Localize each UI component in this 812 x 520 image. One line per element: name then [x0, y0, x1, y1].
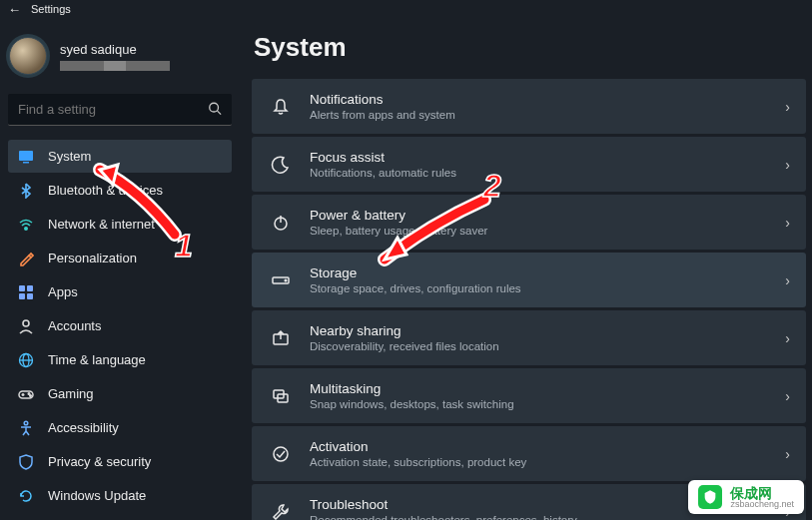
- card-title: Notifications: [310, 92, 785, 107]
- avatar: [6, 34, 50, 78]
- wifi-icon: [18, 217, 34, 233]
- share-icon: [268, 328, 294, 348]
- windows-icon: [268, 386, 294, 406]
- card-title: Activation: [310, 439, 785, 454]
- chevron-right-icon: ›: [785, 446, 790, 462]
- accessibility-icon: [18, 420, 34, 436]
- watermark-icon: [698, 485, 722, 509]
- sidebar-item-label: System: [48, 149, 91, 164]
- user-email-redacted: [60, 61, 170, 71]
- watermark-url: zsbaocheng.net: [730, 500, 794, 509]
- update-icon: [18, 488, 34, 504]
- svg-rect-5: [19, 285, 25, 291]
- storage-icon: [268, 270, 294, 290]
- svg-line-1: [218, 111, 222, 115]
- svg-rect-2: [19, 151, 33, 161]
- chevron-right-icon: ›: [785, 215, 790, 231]
- card-sub: Recommended troubleshooters, preferences…: [310, 514, 785, 520]
- svg-rect-7: [19, 293, 25, 299]
- main-content: System NotificationsAlerts from apps and…: [240, 18, 812, 520]
- sidebar-item-label: Time & language: [48, 352, 146, 367]
- sidebar-item-label: Gaming: [48, 386, 94, 401]
- svg-rect-8: [27, 293, 33, 299]
- wrench-icon: [268, 502, 294, 521]
- gamepad-icon: [18, 386, 34, 402]
- chevron-right-icon: ›: [785, 330, 790, 346]
- watermark-text: 保成网: [730, 486, 794, 500]
- svg-point-4: [25, 227, 27, 229]
- chevron-right-icon: ›: [785, 388, 790, 404]
- sidebar-item-accounts[interactable]: Accounts: [8, 309, 232, 342]
- card-power-battery[interactable]: Power & batterySleep, battery usage, bat…: [252, 195, 806, 250]
- person-icon: [18, 318, 34, 334]
- sidebar-item-label: Apps: [48, 284, 78, 299]
- card-focus-assist[interactable]: Focus assistNotifications, automatic rul…: [252, 137, 806, 192]
- sidebar-item-accessibility[interactable]: Accessibility: [8, 411, 232, 444]
- card-title: Multitasking: [310, 381, 785, 396]
- sidebar-item-label: Accounts: [48, 318, 101, 333]
- watermark: 保成网 zsbaocheng.net: [688, 480, 804, 514]
- chevron-right-icon: ›: [785, 157, 790, 173]
- svg-point-26: [274, 447, 288, 461]
- card-activation[interactable]: ActivationActivation state, subscription…: [252, 426, 806, 481]
- sidebar-item-time-language[interactable]: Time & language: [8, 343, 232, 376]
- sidebar-item-network[interactable]: Network & internet: [8, 208, 232, 241]
- card-sub: Alerts from apps and system: [310, 109, 785, 121]
- sidebar-item-gaming[interactable]: Gaming: [8, 377, 232, 410]
- moon-icon: [268, 155, 294, 175]
- sidebar-item-label: Network & internet: [48, 217, 155, 232]
- card-title: Nearby sharing: [310, 323, 785, 338]
- user-name: syed sadique: [60, 42, 170, 57]
- globe-icon: [18, 352, 34, 368]
- svg-point-16: [28, 392, 30, 394]
- svg-rect-6: [27, 285, 33, 291]
- card-nearby-sharing[interactable]: Nearby sharingDiscoverability, received …: [252, 310, 806, 365]
- svg-point-0: [210, 103, 219, 112]
- svg-point-22: [285, 279, 287, 281]
- back-button[interactable]: ←: [8, 2, 21, 17]
- bluetooth-icon: [18, 183, 34, 199]
- card-storage[interactable]: StorageStorage space, drives, configurat…: [252, 253, 806, 307]
- page-title: System: [254, 32, 806, 63]
- system-icon: [18, 149, 34, 165]
- card-sub: Notifications, automatic rules: [310, 167, 785, 179]
- card-sub: Activation state, subscriptions, product…: [310, 456, 785, 468]
- sidebar-item-label: Personalization: [48, 251, 137, 265]
- card-sub: Sleep, battery usage, battery saver: [310, 225, 785, 237]
- search-input[interactable]: [8, 94, 232, 126]
- card-title: Storage: [310, 265, 785, 280]
- sidebar-item-privacy[interactable]: Privacy & security: [8, 445, 232, 478]
- card-title: Power & battery: [310, 208, 785, 223]
- apps-icon: [18, 284, 34, 300]
- bell-icon: [268, 97, 294, 117]
- check-circle-icon: [268, 444, 294, 464]
- card-sub: Discoverability, received files location: [310, 340, 785, 352]
- chevron-right-icon: ›: [785, 272, 790, 288]
- search-icon: [208, 102, 222, 119]
- sidebar: syed sadique System Bluetooth & devices …: [0, 18, 240, 520]
- svg-point-17: [30, 394, 32, 396]
- card-multitasking[interactable]: MultitaskingSnap windows, desktops, task…: [252, 368, 806, 423]
- sidebar-item-bluetooth[interactable]: Bluetooth & devices: [8, 174, 232, 207]
- power-icon: [268, 213, 294, 233]
- sidebar-item-personalization[interactable]: Personalization: [8, 242, 232, 274]
- brush-icon: [18, 251, 34, 266]
- svg-point-9: [23, 320, 29, 326]
- sidebar-item-apps[interactable]: Apps: [8, 275, 232, 308]
- card-notifications[interactable]: NotificationsAlerts from apps and system…: [252, 79, 806, 134]
- sidebar-item-label: Bluetooth & devices: [48, 183, 163, 198]
- sidebar-item-system[interactable]: System: [8, 140, 232, 173]
- svg-rect-3: [23, 162, 29, 164]
- app-title: Settings: [31, 3, 71, 15]
- card-sub: Storage space, drives, configuration rul…: [310, 282, 785, 294]
- shield-icon: [18, 454, 34, 470]
- svg-point-18: [24, 421, 28, 425]
- sidebar-item-label: Windows Update: [48, 488, 146, 503]
- card-sub: Snap windows, desktops, task switching: [310, 398, 785, 410]
- card-title: Focus assist: [310, 150, 785, 165]
- sidebar-nav: System Bluetooth & devices Network & int…: [4, 140, 236, 512]
- sidebar-item-label: Accessibility: [48, 420, 119, 435]
- user-account-block[interactable]: syed sadique: [4, 28, 236, 92]
- chevron-right-icon: ›: [785, 99, 790, 115]
- sidebar-item-windows-update[interactable]: Windows Update: [8, 479, 232, 512]
